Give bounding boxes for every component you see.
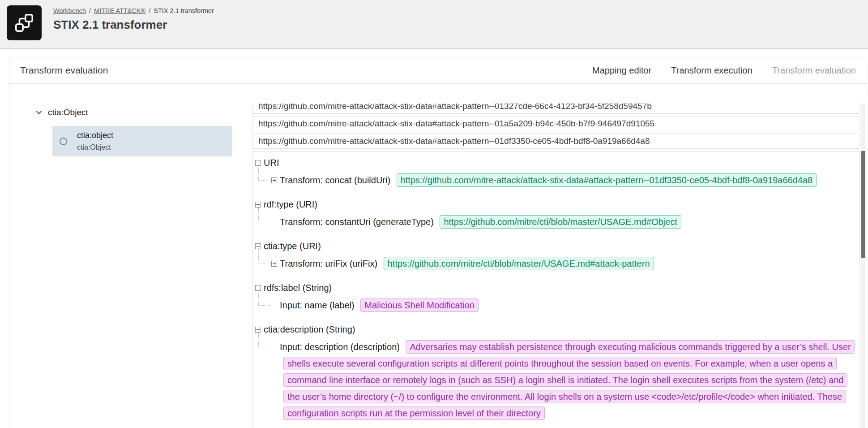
panel-tabs: Mapping editor Transform execution Trans… — [592, 65, 856, 76]
sidebar-item-text: ctia:object ctia:Object — [77, 131, 113, 151]
result-list: https://github.com/mitre-attack/attack-s… — [252, 104, 859, 151]
transformer-logo-icon — [14, 13, 34, 33]
page-title: STIX 2.1 transformer — [53, 18, 214, 32]
breadcrumb-link-mitre-attack[interactable]: MITRE ATT&CK® — [94, 7, 145, 14]
input-description-value-chip: Adversaries may establish persistence th… — [283, 340, 855, 420]
panel-header: Transform evaluation Mapping editor Tran… — [9, 57, 867, 84]
result-url: https://github.com/mitre-attack/attack-s… — [258, 136, 650, 146]
chevron-down-icon — [34, 108, 43, 117]
transform-urifix-value-chip: https://github.com/mitre/cti/blob/master… — [384, 257, 654, 270]
input-description-label: Input: description (description) — [280, 342, 400, 352]
sidebar-item-title: ctia:object — [77, 131, 113, 140]
tree-root-ctia-object[interactable]: ctia:Object — [9, 106, 252, 119]
breadcrumb-link-workbench[interactable]: Workbench — [53, 7, 86, 14]
transform-urifix-label: Transform: uriFix (uriFix) — [280, 259, 377, 268]
group-ctia-type-label: ctia:type (URI) — [264, 241, 321, 251]
tree-parent-row: rdf:type (URI) — [255, 199, 853, 209]
transform-constanturi-value-chip: https://github.com/mitre/cti/blob/master… — [440, 215, 681, 229]
sidebar-item-ctia-object[interactable]: ctia:object ctia:Object — [52, 126, 232, 156]
sidebar-item-subtitle: ctia:Object — [77, 143, 113, 151]
tree-parent-row: rdfs:label (String) — [255, 283, 853, 293]
tree-parent-row: ctia:description (String) — [255, 324, 853, 334]
tree-group-ctia-type: ctia:type (URI) Transform: uriFix (uriFi… — [255, 241, 853, 272]
tab-mapping-editor[interactable]: Mapping editor — [592, 65, 651, 76]
tree-group-rdf-type: rdf:type (URI) Transform: constantUri (g… — [255, 199, 853, 230]
tree-child-row: Transform: uriFix (uriFix) https://githu… — [280, 255, 853, 272]
tree-child-row: Input: name (label) Malicious Shell Modi… — [280, 297, 853, 314]
detail-panel: URI Transform: concat (buildUri) https:/… — [252, 151, 859, 428]
result-url: https://github.com/mitre-attack/attack-s… — [258, 119, 654, 129]
group-ctia-description-label: ctia:description (String) — [264, 324, 355, 335]
breadcrumb-separator: / — [89, 7, 91, 14]
tree-child-row: Transform: concat (buildUri) https://git… — [280, 172, 853, 189]
tree-child-row: Input: description (description) Adversa… — [280, 339, 853, 422]
breadcrumb: Workbench/MITRE ATT&CK®/STIX 2.1 transfo… — [53, 7, 214, 14]
transform-panel: Transform evaluation Mapping editor Tran… — [9, 57, 867, 428]
tree-parent-row: ctia:type (URI) — [255, 241, 853, 251]
tree-parent-row: URI — [255, 158, 853, 168]
group-rdfs-label-label: rdfs:label (String) — [264, 283, 332, 293]
panel-body: ctia:Object ctia:object ctia:Object http… — [9, 84, 867, 428]
app-header: Workbench/MITRE ATT&CK®/STIX 2.1 transfo… — [0, 0, 868, 49]
evaluation-content: https://github.com/mitre-attack/attack-s… — [252, 84, 867, 428]
input-name-value-chip: Malicious Shell Modification — [360, 298, 479, 312]
app-logo[interactable] — [7, 5, 42, 40]
result-row[interactable]: https://github.com/mitre-attack/attack-s… — [252, 104, 859, 114]
tree-child-row: Transform: constantUri (generateType) ht… — [280, 214, 853, 230]
panel-title: Transform evaluation — [20, 65, 108, 76]
breadcrumb-separator: / — [149, 7, 150, 14]
transform-concat-value-chip: https://github.com/mitre-attack/attack-s… — [397, 173, 817, 187]
expand-plus-icon[interactable] — [271, 177, 277, 183]
result-row[interactable]: https://github.com/mitre-attack/attack-s… — [252, 116, 859, 131]
breadcrumb-current: STIX 2.1 transformer — [154, 7, 214, 14]
radio-button-icon[interactable] — [60, 138, 67, 145]
transform-concat-label: Transform: concat (buildUri) — [280, 175, 390, 185]
tree-group-ctia-description: ctia:description (String) Input: descrip… — [255, 324, 853, 422]
expand-plus-icon[interactable] — [271, 261, 277, 267]
transform-constanturi-label: Transform: constantUri (generateType) — [280, 217, 434, 227]
input-name-label: Input: name (label) — [280, 300, 355, 310]
sidebar-tree: ctia:Object ctia:object ctia:Object — [9, 84, 252, 428]
scrollbar-thumb[interactable] — [861, 151, 865, 258]
tree-root-label: ctia:Object — [48, 108, 88, 117]
tree-group-rdfs-label: rdfs:label (String) Input: name (label) … — [255, 283, 853, 314]
result-url: https://github.com/mitre-attack/attack-s… — [258, 104, 652, 111]
tree-group-uri: URI Transform: concat (buildUri) https:/… — [255, 158, 853, 189]
group-rdf-type-label: rdf:type (URI) — [264, 199, 317, 210]
tab-transform-execution[interactable]: Transform execution — [671, 65, 753, 76]
tab-transform-evaluation: Transform evaluation — [772, 65, 856, 76]
result-row[interactable]: https://github.com/mitre-attack/attack-s… — [252, 134, 859, 149]
